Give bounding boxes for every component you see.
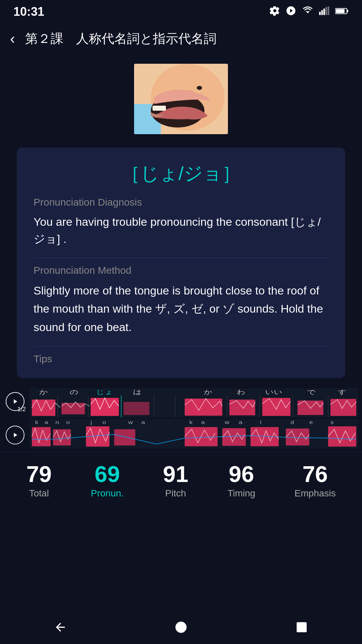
- svg-text:i: i: [260, 420, 261, 425]
- status-icons: [269, 5, 349, 18]
- svg-text:いい: いい: [265, 389, 283, 395]
- svg-text:a: a: [201, 420, 205, 425]
- svg-rect-8: [336, 9, 345, 13]
- phoneme-title: ［じょ/ジョ］: [34, 161, 328, 186]
- home-circle-icon: [174, 621, 188, 634]
- score-pronun: 69 Pronun.: [91, 463, 124, 499]
- svg-rect-2: [321, 10, 323, 15]
- score-pronun-value: 69: [95, 463, 120, 485]
- svg-text:か: か: [204, 389, 213, 395]
- svg-text:a: a: [141, 420, 145, 425]
- tips-label: Tips: [34, 353, 328, 365]
- nav-back-button[interactable]: [50, 617, 70, 637]
- svg-rect-69: [328, 426, 356, 447]
- svg-text:n: n: [55, 420, 59, 425]
- svg-rect-39: [185, 398, 222, 416]
- score-total: 79 Total: [26, 463, 52, 499]
- waveform-area: 1/2 か の じょ は か わ いい で す: [0, 385, 362, 452]
- nav-stop-button[interactable]: [292, 617, 312, 637]
- score-pronun-label: Pronun.: [91, 488, 124, 499]
- svg-rect-4: [325, 7, 327, 15]
- score-emphasis-value: 76: [302, 463, 328, 485]
- diagnosis-label: Pronunciation Diagnosis: [34, 197, 328, 208]
- play-store-icon: [286, 5, 296, 18]
- svg-text:す: す: [338, 389, 347, 395]
- svg-rect-68: [286, 429, 309, 446]
- svg-text:w: w: [224, 420, 230, 425]
- svg-rect-1: [319, 12, 321, 15]
- divider-2: [34, 346, 328, 346]
- back-arrow-icon: [54, 621, 67, 634]
- score-emphasis: 76 Emphasis: [295, 463, 336, 499]
- battery-icon: [335, 6, 349, 17]
- half-label: 1/2: [17, 406, 26, 413]
- play-full-button[interactable]: [6, 426, 24, 444]
- svg-rect-66: [222, 428, 246, 446]
- svg-rect-7: [347, 10, 348, 12]
- svg-rect-64: [114, 429, 135, 445]
- svg-rect-3: [323, 8, 325, 15]
- svg-text:o: o: [102, 420, 106, 425]
- play-icon: [11, 398, 19, 405]
- waveform-svg-teacher: か の じょ は か わ いい で す: [29, 388, 359, 418]
- back-button[interactable]: ‹: [10, 30, 15, 47]
- svg-text:で: で: [307, 389, 316, 395]
- svg-text:s: s: [330, 420, 334, 425]
- svg-point-70: [175, 622, 186, 633]
- svg-rect-71: [297, 622, 307, 632]
- video-area: [0, 54, 362, 141]
- svg-text:か: か: [39, 389, 48, 395]
- waveform-container: か の じょ は か わ いい で す: [29, 385, 359, 452]
- page-title: 第２課 人称代名詞と指示代名詞: [25, 30, 217, 47]
- status-bar: 10:31: [0, 0, 362, 23]
- score-timing-value: 96: [229, 463, 254, 485]
- svg-text:k: k: [189, 420, 193, 425]
- svg-marker-0: [306, 11, 310, 13]
- svg-rect-5: [328, 6, 329, 15]
- diagnosis-text: You are having trouble pronouncing the c…: [34, 213, 328, 248]
- nav-home-button[interactable]: [171, 617, 191, 637]
- svg-rect-15: [153, 106, 166, 111]
- svg-text:e: e: [309, 420, 313, 425]
- score-bar: 79 Total 69 Pronun. 91 Pitch 96 Timing 7…: [0, 452, 362, 505]
- play-full-icon: [11, 431, 19, 439]
- play-controls: 1/2: [3, 385, 27, 452]
- svg-text:o: o: [66, 420, 70, 425]
- method-text: Slightly more of the tongue is brought c…: [34, 281, 328, 336]
- score-pitch: 91 Pitch: [163, 463, 188, 499]
- waveform-track-student: k a n o j o w a k a w a i d e s: [29, 419, 359, 448]
- svg-text:d: d: [291, 420, 294, 425]
- score-pitch-value: 91: [163, 463, 188, 485]
- svg-text:w: w: [128, 420, 133, 425]
- bottom-nav: [0, 610, 362, 644]
- gear-icon: [269, 5, 280, 18]
- svg-text:わ: わ: [237, 389, 246, 395]
- svg-text:は: は: [133, 389, 142, 395]
- stop-square-icon: [295, 621, 308, 634]
- divider-1: [34, 258, 328, 258]
- status-time: 10:31: [13, 5, 44, 19]
- mouth-diagram-image: [134, 64, 228, 134]
- waveform-svg-student: k a n o j o w a k a w a i d e s: [29, 419, 359, 448]
- score-emphasis-label: Emphasis: [295, 488, 336, 499]
- svg-rect-38: [124, 402, 149, 415]
- svg-text:a: a: [45, 420, 48, 425]
- video-thumbnail[interactable]: [134, 64, 228, 134]
- svg-text:a: a: [239, 420, 242, 425]
- method-label: Pronunciation Method: [34, 265, 328, 276]
- score-timing: 96 Timing: [228, 463, 255, 499]
- score-total-value: 79: [26, 463, 52, 485]
- svg-text:じょ: じょ: [96, 389, 114, 395]
- play-half-button[interactable]: 1/2: [6, 392, 24, 411]
- nav-bar: ‹ 第２課 人称代名詞と指示代名詞: [0, 23, 362, 54]
- score-total-label: Total: [29, 488, 49, 499]
- score-pitch-label: Pitch: [165, 488, 186, 499]
- svg-text:j: j: [90, 420, 92, 425]
- score-timing-label: Timing: [228, 488, 255, 499]
- wifi-icon: [302, 6, 314, 18]
- svg-point-14: [197, 86, 202, 90]
- svg-text:の: の: [70, 389, 79, 395]
- svg-text:k: k: [35, 420, 39, 425]
- signal-icon: [319, 6, 330, 18]
- waveform-track-teacher: か の じょ は か わ いい で す: [29, 388, 359, 418]
